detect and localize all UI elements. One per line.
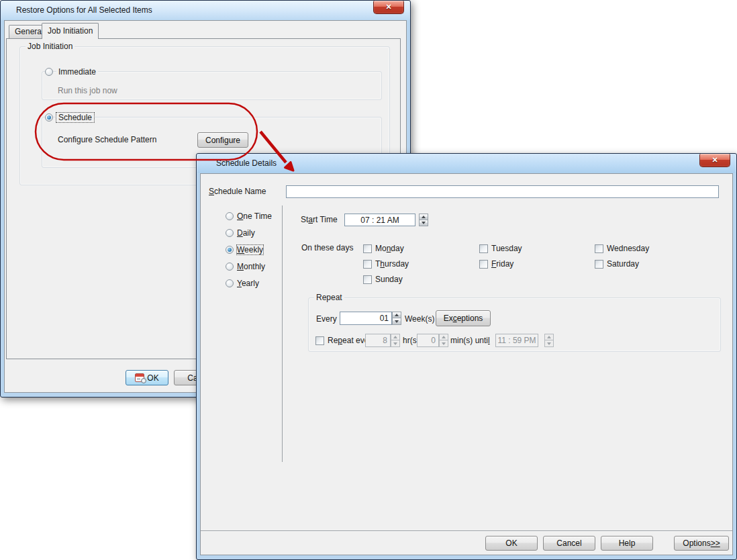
close-icon: ✕ [385, 3, 391, 11]
configure-button[interactable]: Configure [197, 132, 248, 148]
schedule-radio[interactable]: Schedule [45, 113, 94, 122]
repeat-group-label: Repeat [314, 293, 344, 302]
ok-button[interactable]: OK [126, 370, 168, 385]
calendar-clock-icon [135, 373, 144, 382]
vertical-separator [282, 205, 283, 462]
checkbox-icon[interactable] [363, 244, 372, 253]
start-time-field[interactable]: 07 : 21 AM [344, 214, 415, 226]
down-arrow-icon[interactable] [419, 220, 428, 227]
configure-pattern-label: Configure Schedule Pattern [58, 135, 156, 144]
schedule-details-dialog: Schedule Details ✕ Schedule Name One Tim… [196, 153, 737, 560]
day-thursday-checkbox[interactable]: Thursday [363, 259, 409, 269]
exceptions-button[interactable]: Exceptions [436, 310, 491, 326]
up-arrow-icon[interactable] [439, 334, 448, 340]
radio-icon[interactable] [226, 229, 234, 237]
checkbox-icon[interactable] [595, 260, 603, 269]
schedule-details-titlebar[interactable]: Schedule Details ✕ [197, 154, 736, 173]
day-saturday-checkbox[interactable]: Saturday [595, 259, 639, 269]
until-time-spinner[interactable] [544, 334, 554, 347]
frequency-monthly-radio[interactable]: Monthly [226, 262, 265, 271]
options-button[interactable]: Options>> [674, 536, 729, 551]
close-button[interactable]: ✕ [373, 1, 404, 14]
radio-icon[interactable] [226, 279, 234, 287]
close-button[interactable]: ✕ [699, 154, 730, 167]
frequency-one-time-radio[interactable]: One Time [226, 212, 272, 221]
checkbox-icon[interactable] [479, 244, 488, 253]
ok-button[interactable]: OK [485, 536, 538, 551]
up-arrow-icon[interactable] [391, 334, 400, 340]
checkbox-icon[interactable] [363, 275, 372, 284]
up-arrow-icon[interactable] [544, 334, 554, 340]
button-separator [201, 530, 732, 531]
tab-job-initiation[interactable]: Job Initiation [42, 23, 99, 39]
every-weeks-field[interactable]: 01 [340, 312, 392, 325]
repeat-minutes-spinner[interactable] [439, 334, 448, 347]
help-button[interactable]: Help [601, 536, 653, 551]
frequency-weekly-radio[interactable]: Weekly [226, 245, 263, 254]
until-time-field[interactable]: 11 : 59 PM [495, 334, 538, 347]
checkbox-icon[interactable] [479, 260, 488, 269]
checkbox-icon[interactable] [363, 260, 372, 269]
immediate-radio[interactable]: Immediate [45, 67, 98, 77]
cancel-button[interactable]: Cancel [543, 536, 595, 551]
repeat-hours-field[interactable]: 8 [365, 334, 391, 347]
frequency-daily-radio[interactable]: Daily [226, 228, 255, 238]
dialog-body: Schedule Name One Time Daily Weekly Mont… [200, 173, 733, 555]
day-tuesday-checkbox[interactable]: Tuesday [479, 244, 522, 253]
repeat-minutes-field[interactable]: 0 [417, 334, 439, 347]
day-wednesday-checkbox[interactable]: Wednesday [595, 244, 649, 253]
down-arrow-icon[interactable] [544, 340, 554, 347]
down-arrow-icon[interactable] [391, 340, 400, 347]
close-icon: ✕ [711, 156, 718, 164]
radio-icon[interactable] [45, 68, 53, 76]
immediate-description: Run this job now [58, 86, 117, 95]
start-time-spinner[interactable] [419, 214, 428, 226]
day-sunday-checkbox[interactable]: Sunday [363, 275, 403, 284]
dialog-title: Schedule Details [216, 158, 277, 168]
checkbox-icon[interactable] [315, 336, 324, 345]
radio-icon[interactable] [226, 212, 234, 220]
frequency-yearly-radio[interactable]: Yearly [226, 279, 259, 288]
start-time-label: Start Time [301, 215, 338, 224]
group-label: Job Initiation [26, 42, 75, 51]
day-friday-checkbox[interactable]: Friday [479, 259, 513, 269]
radio-icon[interactable] [226, 246, 234, 254]
minutes-until-label: min(s) until [450, 336, 490, 345]
restore-options-titlebar[interactable]: Restore Options for All Selected Items ✕ [1, 1, 409, 20]
schedule-name-label: Schedule Name [209, 187, 266, 196]
weeks-unit-label: Week(s) [405, 314, 434, 324]
on-these-days-label: On these days [301, 243, 353, 252]
up-arrow-icon[interactable] [392, 312, 401, 318]
checkbox-icon[interactable] [595, 244, 603, 253]
every-weeks-spinner[interactable] [392, 312, 401, 325]
day-monday-checkbox[interactable]: Monday [363, 244, 404, 253]
dialog-title: Restore Options for All Selected Items [16, 5, 152, 15]
up-arrow-icon[interactable] [419, 214, 428, 220]
down-arrow-icon[interactable] [392, 318, 401, 325]
radio-icon[interactable] [226, 263, 234, 271]
repeat-hours-spinner[interactable] [391, 334, 400, 347]
radio-icon[interactable] [45, 113, 53, 122]
down-arrow-icon[interactable] [439, 340, 448, 347]
every-label: Every [316, 314, 337, 324]
schedule-name-input[interactable] [286, 185, 719, 198]
